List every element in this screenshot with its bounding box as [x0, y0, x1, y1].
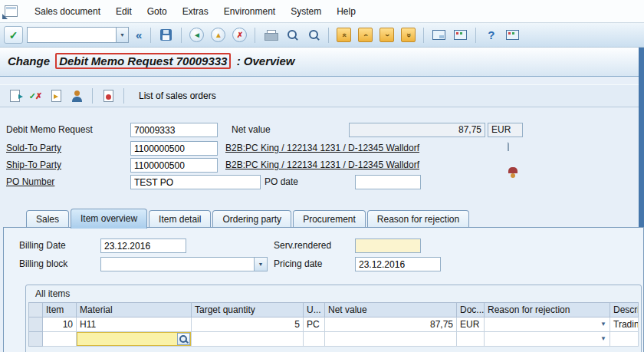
- new-session-button[interactable]: [429, 26, 449, 44]
- cell-doc-currency[interactable]: [457, 332, 485, 347]
- back-button[interactable]: ◄: [187, 26, 206, 44]
- cell-reason-for-rejection[interactable]: ▼: [485, 332, 610, 347]
- cell-target-quantity[interactable]: [192, 332, 304, 347]
- last-page-button[interactable]: »: [399, 26, 418, 44]
- pricing-date-label: Pricing date: [274, 258, 322, 269]
- col-description[interactable]: Descrip: [610, 303, 639, 317]
- col-unit[interactable]: U...: [304, 303, 325, 317]
- person-icon: [72, 90, 82, 102]
- cell-target-quantity[interactable]: 5: [192, 317, 304, 332]
- form-row-ship-to: Ship-To Party B2B:PC King / 122134 1231 …: [0, 158, 644, 173]
- pricing-date-input[interactable]: [355, 257, 441, 271]
- toolbar-separator: [150, 28, 151, 43]
- tab-procurement[interactable]: Procurement: [293, 210, 366, 229]
- cell-net-value[interactable]: [325, 332, 457, 347]
- command-field: ▼: [27, 27, 129, 43]
- search-icon: [179, 335, 188, 344]
- items-table: Item Material Target quantity U... Net v…: [28, 302, 639, 347]
- tab-sales[interactable]: Sales: [26, 210, 69, 229]
- system-menu-icon[interactable]: [5, 5, 18, 17]
- next-page-button[interactable]: ›: [377, 26, 396, 44]
- menu-help[interactable]: Help: [329, 3, 363, 20]
- list-of-sales-orders-button[interactable]: List of sales orders: [134, 88, 221, 104]
- tab-item-detail[interactable]: Item detail: [149, 210, 211, 229]
- cancel-button[interactable]: ✗: [230, 26, 249, 44]
- net-value-label: Net value: [232, 124, 271, 135]
- billing-block-dropdown[interactable]: ▼: [100, 257, 268, 271]
- cell-doc-currency[interactable]: EUR: [457, 317, 485, 332]
- cell-net-value[interactable]: 87,75: [325, 317, 457, 332]
- find-button[interactable]: [282, 26, 301, 44]
- title-bar: Change Debit Memo Request 70009333 : Ove…: [0, 48, 644, 77]
- status-overview-button[interactable]: ✓✗: [27, 87, 44, 104]
- display-document-button[interactable]: [48, 87, 64, 104]
- page-title-prefix: Change: [8, 54, 50, 67]
- tab-ordering-party[interactable]: Ordering party: [212, 210, 291, 229]
- items-header-row: Item Material Target quantity U... Net v…: [29, 303, 639, 317]
- form-row-debit-memo: Debit Memo Request Net value 87,75 EUR: [0, 123, 644, 138]
- cell-material[interactable]: H11: [77, 317, 192, 332]
- col-target-quantity[interactable]: Target quantity: [192, 303, 304, 317]
- standard-toolbar: ✓ ▼ « ◄ ▲ ✗ « ‹ › » ?: [0, 23, 644, 48]
- first-page-icon: «: [337, 28, 351, 42]
- material-entry-input[interactable]: [77, 332, 191, 346]
- cell-description[interactable]: [610, 332, 639, 347]
- collapse-toolbar-icon[interactable]: «: [133, 28, 145, 41]
- command-dropdown-button[interactable]: ▼: [116, 27, 129, 43]
- print-button[interactable]: [261, 26, 280, 44]
- cell-unit[interactable]: PC: [304, 317, 325, 332]
- sales-summary-button[interactable]: [100, 87, 117, 104]
- previous-page-button[interactable]: ‹: [356, 26, 375, 44]
- sap-gui-window: Sales document Edit Goto Extras Environm…: [0, 0, 644, 352]
- command-input[interactable]: [27, 27, 116, 43]
- menu-system[interactable]: System: [283, 3, 329, 20]
- tab-reason-for-rejection[interactable]: Reason for rejection: [367, 210, 469, 229]
- create-shortcut-button[interactable]: [451, 26, 470, 44]
- help-button[interactable]: ?: [481, 26, 501, 44]
- row-select-cell[interactable]: [29, 317, 43, 332]
- debit-memo-request-label: Debit Memo Request: [6, 124, 93, 135]
- sold-to-party-input[interactable]: [130, 141, 218, 156]
- item-row: 10 H11 5 PC 87,75 EUR ▼ Trading: [29, 317, 639, 332]
- material-search-help-button[interactable]: [177, 333, 190, 345]
- row-select-cell[interactable]: [29, 332, 43, 347]
- col-item[interactable]: Item: [43, 303, 77, 317]
- tab-strip: Sales Item overview Item detail Ordering…: [0, 206, 644, 228]
- menu-extras[interactable]: Extras: [175, 3, 216, 20]
- debit-memo-request-input[interactable]: [130, 123, 218, 137]
- po-date-input[interactable]: [355, 175, 421, 189]
- toolbar-separator: [423, 28, 424, 43]
- billing-date-input[interactable]: [100, 239, 186, 253]
- cell-unit[interactable]: [304, 332, 325, 347]
- document-flow-button[interactable]: [6, 87, 23, 104]
- cell-reason-for-rejection[interactable]: ▼: [485, 317, 610, 332]
- menu-goto[interactable]: Goto: [140, 3, 175, 20]
- menu-environment[interactable]: Environment: [216, 3, 283, 20]
- menu-sales-document[interactable]: Sales document: [27, 3, 108, 20]
- col-material[interactable]: Material: [77, 303, 192, 317]
- menu-edit[interactable]: Edit: [108, 3, 140, 20]
- select-all-header-cell[interactable]: [29, 303, 43, 317]
- col-net-value[interactable]: Net value: [325, 303, 457, 317]
- gui-settings-button[interactable]: [503, 26, 522, 44]
- serv-rendered-input[interactable]: [355, 239, 421, 253]
- col-doc-currency[interactable]: Doc....: [457, 303, 485, 317]
- chevron-down-icon: ▼: [120, 32, 125, 38]
- first-page-button[interactable]: «: [334, 26, 353, 44]
- document-flow-icon: [10, 90, 20, 102]
- cell-description[interactable]: Trading: [610, 317, 639, 332]
- po-number-input[interactable]: [130, 175, 261, 189]
- partner-button[interactable]: [68, 87, 85, 104]
- ship-to-party-input[interactable]: [130, 158, 218, 173]
- tab-item-overview[interactable]: Item overview: [71, 209, 147, 229]
- cell-material-entry: [77, 332, 192, 347]
- enter-button[interactable]: ✓: [4, 26, 23, 44]
- exit-button[interactable]: ▲: [209, 26, 228, 44]
- cell-item[interactable]: [43, 332, 77, 347]
- cell-item[interactable]: 10: [43, 317, 77, 332]
- col-reason-for-rejection[interactable]: Reason for rejection: [485, 303, 610, 317]
- create-document-button[interactable]: [508, 140, 509, 150]
- ship-to-party-description: B2B:PC King / 122134 1231 / D-12345 Wall…: [225, 160, 419, 170]
- find-next-button[interactable]: [304, 26, 323, 44]
- save-button[interactable]: [156, 26, 176, 44]
